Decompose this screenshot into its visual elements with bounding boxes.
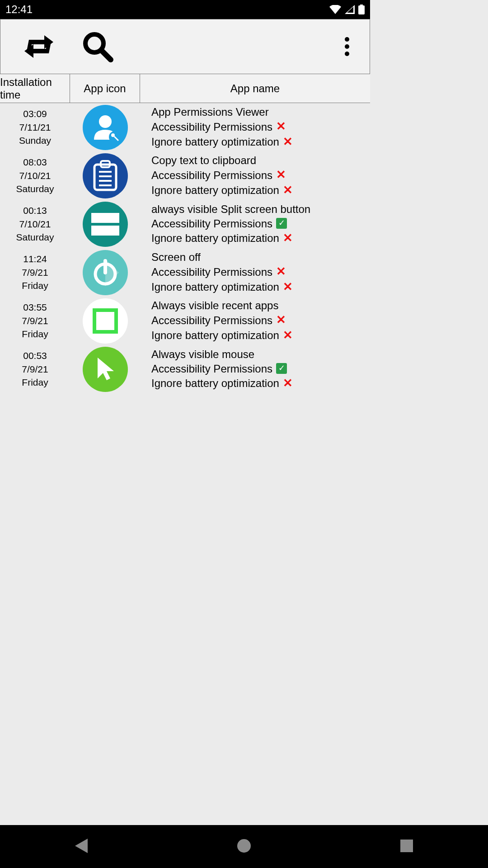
accessibility-perm: Accessibility Permissions ✓ <box>151 217 370 231</box>
svg-point-6 <box>345 52 349 56</box>
install-date: 7/11/21 <box>0 121 70 134</box>
cross-icon: ✕ <box>283 328 293 343</box>
app-icon-cell <box>70 153 140 198</box>
install-date: 7/10/21 <box>0 217 70 231</box>
check-icon: ✓ <box>276 363 287 374</box>
list-item[interactable]: 03:09 7/11/21 Sunday App Permissions Vie… <box>0 103 370 151</box>
signal-icon <box>345 5 355 14</box>
svg-rect-20 <box>94 310 116 332</box>
header-app-name[interactable]: App name <box>140 74 370 103</box>
accessibility-perm: Accessibility Permissions ✕ <box>151 119 370 134</box>
cross-icon: ✕ <box>283 231 293 246</box>
app-icon-cell <box>70 105 140 150</box>
refresh-icon <box>23 33 54 60</box>
install-day: Friday <box>0 279 70 292</box>
app-info-cell: Copy text to clipboard Accessibility Per… <box>140 153 370 198</box>
cross-icon: ✕ <box>276 167 286 183</box>
status-time: 12:41 <box>5 3 33 16</box>
install-time: 00:53 <box>0 349 70 362</box>
install-day: Sunday <box>0 134 70 147</box>
battery-perm: Ignore battery optimization ✕ <box>151 279 370 295</box>
app-icon <box>83 202 128 247</box>
battery-perm: Ignore battery optimization ✕ <box>151 183 370 198</box>
app-name: always visible Split screen button <box>151 202 370 216</box>
more-vert-icon <box>344 37 350 57</box>
svg-point-7 <box>99 115 112 128</box>
app-info-cell: App Permissions Viewer Accessibility Per… <box>140 105 370 150</box>
app-icon-cell <box>70 202 140 247</box>
search-icon <box>82 31 113 62</box>
install-time: 00:13 <box>0 204 70 217</box>
app-icon <box>83 153 128 198</box>
header-install-time[interactable]: Installation time <box>0 74 70 103</box>
search-button[interactable] <box>68 31 127 62</box>
app-info-cell: Screen off Accessibility Permissions ✕ I… <box>140 250 370 295</box>
svg-point-4 <box>345 37 349 42</box>
cross-icon: ✕ <box>283 183 293 198</box>
install-date: 7/9/21 <box>0 314 70 327</box>
app-icon-cell <box>70 298 140 344</box>
header-app-icon[interactable]: App icon <box>70 74 140 103</box>
svg-rect-0 <box>358 5 365 14</box>
accessibility-perm: Accessibility Permissions ✕ <box>151 167 370 183</box>
install-time-cell: 00:53 7/9/21 Friday <box>0 349 70 389</box>
install-day: Saturday <box>0 182 70 195</box>
cross-icon: ✕ <box>276 119 286 134</box>
install-time-cell: 03:09 7/11/21 Sunday <box>0 107 70 147</box>
app-name: App Permissions Viewer <box>151 105 370 119</box>
accessibility-perm: Accessibility Permissions ✕ <box>151 312 370 328</box>
battery-perm: Ignore battery optimization ✕ <box>151 328 370 343</box>
app-name: Always visible recent apps <box>151 298 370 312</box>
install-day: Saturday <box>0 231 70 244</box>
app-icon-cell <box>70 347 140 392</box>
refresh-button[interactable] <box>9 33 68 60</box>
cross-icon: ✕ <box>283 134 293 150</box>
battery-icon <box>358 5 365 14</box>
battery-perm: Ignore battery optimization ✕ <box>151 231 370 246</box>
install-time: 03:55 <box>0 301 70 314</box>
svg-rect-16 <box>91 213 119 223</box>
install-date: 7/9/21 <box>0 266 70 279</box>
cross-icon: ✕ <box>276 264 286 279</box>
install-time: 11:24 <box>0 252 70 265</box>
list-item[interactable]: 00:13 7/10/21 Saturday always visible Sp… <box>0 200 370 248</box>
app-icon <box>83 250 128 295</box>
install-day: Friday <box>0 376 70 389</box>
app-list: 03:09 7/11/21 Sunday App Permissions Vie… <box>0 103 370 393</box>
list-item[interactable]: 11:24 7/9/21 Friday Screen off Accessibi… <box>0 248 370 297</box>
install-time-cell: 03:55 7/9/21 Friday <box>0 301 70 340</box>
install-date: 7/9/21 <box>0 363 70 376</box>
install-time: 08:03 <box>0 156 70 169</box>
app-icon <box>83 105 128 150</box>
app-icon <box>83 298 128 344</box>
list-item[interactable]: 08:03 7/10/21 Saturday Copy text to clip… <box>0 151 370 200</box>
install-time-cell: 00:13 7/10/21 Saturday <box>0 204 70 244</box>
wifi-icon <box>329 5 341 14</box>
menu-button[interactable] <box>333 37 361 57</box>
app-info-cell: Always visible recent apps Accessibility… <box>140 298 370 343</box>
install-time-cell: 11:24 7/9/21 Friday <box>0 252 70 292</box>
svg-point-9 <box>111 133 115 137</box>
list-item[interactable]: 03:55 7/9/21 Friday Always visible recen… <box>0 297 370 345</box>
app-name: Always visible mouse <box>151 347 370 361</box>
install-time: 03:09 <box>0 107 70 120</box>
accessibility-perm: Accessibility Permissions ✕ <box>151 264 370 279</box>
check-icon: ✓ <box>276 218 287 229</box>
cross-icon: ✕ <box>283 376 293 391</box>
svg-line-3 <box>102 51 111 60</box>
app-icon <box>83 347 128 392</box>
install-date: 7/10/21 <box>0 169 70 182</box>
battery-perm: Ignore battery optimization ✕ <box>151 134 370 150</box>
svg-rect-1 <box>360 5 363 6</box>
app-name: Copy text to clipboard <box>151 153 370 167</box>
install-day: Friday <box>0 327 70 340</box>
list-item[interactable]: 00:53 7/9/21 Friday Always visible mouse… <box>0 345 370 393</box>
svg-point-5 <box>345 44 349 49</box>
cross-icon: ✕ <box>276 312 286 328</box>
svg-rect-17 <box>91 226 119 236</box>
install-time-cell: 08:03 7/10/21 Saturday <box>0 156 70 195</box>
toolbar <box>0 19 370 74</box>
app-name: Screen off <box>151 250 370 264</box>
status-bar: 12:41 <box>0 0 370 19</box>
app-info-cell: always visible Split screen button Acces… <box>140 202 370 245</box>
